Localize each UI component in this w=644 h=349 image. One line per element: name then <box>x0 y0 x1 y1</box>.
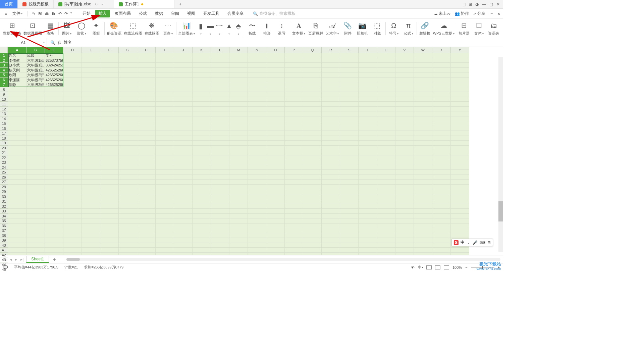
cell[interactable] <box>100 63 119 68</box>
cell[interactable] <box>414 238 432 243</box>
cell[interactable] <box>211 155 229 160</box>
cell[interactable] <box>211 131 229 136</box>
cell[interactable] <box>119 92 137 97</box>
cell[interactable] <box>377 78 395 83</box>
cell[interactable] <box>451 72 469 78</box>
cell[interactable] <box>340 92 359 97</box>
cell[interactable] <box>414 150 432 155</box>
cell[interactable] <box>248 58 266 63</box>
cell[interactable] <box>322 116 340 121</box>
cell[interactable] <box>26 92 45 97</box>
cell[interactable] <box>340 238 359 243</box>
cell[interactable] <box>303 248 322 253</box>
cell[interactable] <box>377 160 395 165</box>
cell[interactable] <box>266 160 285 165</box>
cell[interactable] <box>432 185 451 190</box>
row-header-21[interactable]: 21 <box>0 150 8 155</box>
row-header-27[interactable]: 27 <box>0 180 8 185</box>
cell[interactable] <box>193 92 211 97</box>
cell[interactable] <box>229 92 248 97</box>
cell[interactable] <box>395 78 414 83</box>
cell[interactable] <box>193 68 211 73</box>
ribbon-tab-插入[interactable]: 插入 <box>95 10 110 17</box>
cell[interactable] <box>174 155 193 160</box>
col-header-M[interactable]: M <box>229 47 248 53</box>
cell[interactable] <box>229 146 248 151</box>
cell[interactable] <box>45 116 63 121</box>
cell[interactable] <box>340 107 359 112</box>
cell[interactable] <box>137 209 156 214</box>
cell[interactable] <box>303 155 322 160</box>
cell[interactable] <box>26 155 45 160</box>
cell[interactable] <box>156 160 174 165</box>
cell[interactable] <box>82 170 100 175</box>
cell[interactable] <box>211 146 229 151</box>
view-normal-icon[interactable] <box>426 265 432 269</box>
ribbon-attachment[interactable]: 📎附件 <box>340 19 355 38</box>
cell[interactable] <box>63 102 82 107</box>
cell[interactable] <box>303 194 322 199</box>
cell[interactable] <box>8 107 26 112</box>
open-icon[interactable]: 🗀 <box>32 11 36 16</box>
cell[interactable] <box>174 97 193 102</box>
cell[interactable] <box>377 218 395 223</box>
row-header-16[interactable]: 16 <box>0 126 8 131</box>
cell[interactable] <box>451 185 469 190</box>
ribbon-docer[interactable]: 🎨稻壳资源 <box>105 19 123 38</box>
cell[interactable] <box>211 92 229 97</box>
cell[interactable] <box>211 53 229 58</box>
cell[interactable] <box>432 92 451 97</box>
cell[interactable] <box>8 185 26 190</box>
cell[interactable] <box>100 199 119 204</box>
cell[interactable] <box>174 218 193 223</box>
cell[interactable] <box>156 111 174 116</box>
cell[interactable] <box>359 170 377 175</box>
cell[interactable] <box>432 87 451 92</box>
cell[interactable] <box>193 111 211 116</box>
cell[interactable] <box>377 111 395 116</box>
cell[interactable]: 4265252667 <box>45 78 63 83</box>
cell[interactable] <box>156 155 174 160</box>
cell[interactable] <box>266 233 285 238</box>
cell[interactable] <box>156 185 174 190</box>
cell[interactable] <box>119 155 137 160</box>
cell[interactable] <box>359 68 377 73</box>
cell[interactable] <box>414 72 432 78</box>
cell[interactable] <box>303 68 322 73</box>
cell[interactable] <box>340 72 359 78</box>
cell[interactable] <box>119 53 137 58</box>
cell[interactable] <box>451 170 469 175</box>
cell[interactable] <box>26 243 45 248</box>
avatar-icon[interactable]: ◕ <box>475 2 479 7</box>
cell[interactable] <box>8 116 26 121</box>
cell[interactable] <box>82 209 100 214</box>
cell[interactable] <box>100 165 119 170</box>
cell[interactable] <box>8 175 26 180</box>
cell[interactable] <box>322 238 340 243</box>
cell[interactable] <box>451 228 469 233</box>
cell[interactable] <box>229 121 248 126</box>
cell[interactable] <box>193 243 211 248</box>
cell[interactable] <box>174 58 193 63</box>
cell[interactable] <box>340 97 359 102</box>
cell[interactable] <box>395 92 414 97</box>
cell[interactable] <box>137 131 156 136</box>
cell[interactable] <box>414 111 432 116</box>
row-header-41[interactable]: 41 <box>0 248 8 253</box>
cell[interactable] <box>432 160 451 165</box>
cell[interactable] <box>26 87 45 92</box>
cell[interactable] <box>432 194 451 199</box>
cell[interactable] <box>285 68 303 73</box>
cell[interactable] <box>322 136 340 141</box>
cell[interactable] <box>322 63 340 68</box>
cell[interactable] <box>137 218 156 223</box>
cell[interactable] <box>119 116 137 121</box>
cell[interactable] <box>26 218 45 223</box>
cell[interactable] <box>303 78 322 83</box>
cell[interactable] <box>26 131 45 136</box>
cell[interactable] <box>82 68 100 73</box>
cell[interactable] <box>395 82 414 87</box>
cell[interactable] <box>26 233 45 238</box>
cell[interactable] <box>137 150 156 155</box>
cell[interactable] <box>248 97 266 102</box>
